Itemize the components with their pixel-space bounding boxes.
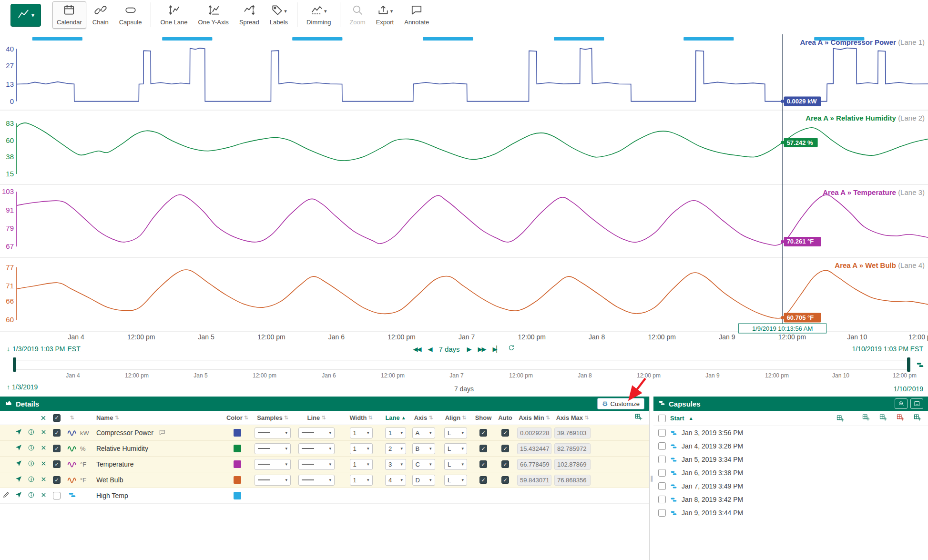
color-swatch[interactable] [234,492,241,499]
samples-dropdown[interactable]: ▾ [251,472,295,488]
auto-checkbox[interactable]: ✓ [501,445,509,452]
color-swatch[interactable] [234,445,241,452]
align-dropdown[interactable]: L▾ [439,457,472,472]
auto-checkbox[interactable]: ✓ [501,460,509,468]
axis-min-input[interactable]: 59.843071 [517,475,551,486]
capsules-grid-button-1[interactable] [862,413,870,423]
axis-min-input[interactable]: 66.778459 [517,459,551,470]
line-dropdown[interactable]: ▾ [295,472,338,488]
axis-dropdown[interactable]: B▾ [408,441,439,456]
auto-checkbox[interactable]: ✓ [501,429,509,437]
column-header-axis[interactable]: Axis⇅ [408,411,439,425]
timezone-link[interactable]: EST [68,345,81,353]
align-dropdown[interactable]: L▾ [439,441,472,456]
capsule-checkbox[interactable] [658,442,666,450]
timezone-link-end[interactable]: EST [910,345,923,353]
column-header-auto[interactable]: Auto [495,411,516,425]
select-checkbox[interactable]: ✓ [53,460,61,468]
details-row-compressor-power[interactable]: ✓kWCompressor Power▾▾1▾1▾A▾L▾✓✓0.0029228… [0,425,649,441]
toolbar-capsule-button[interactable]: Capsule [115,1,146,29]
remove-button[interactable] [41,491,47,500]
line-dropdown[interactable]: ▾ [295,457,338,472]
axis-max-input[interactable]: 82.785972 [554,443,591,454]
capsule-checkbox[interactable] [658,429,666,437]
pin-button[interactable] [15,459,22,469]
color-swatch[interactable] [234,429,241,437]
toolbar-calendar-button[interactable]: Calendar [52,1,86,29]
line-dropdown[interactable]: ▾ [295,441,338,456]
remove-button[interactable] [41,460,47,468]
axis-max-input[interactable]: 102.87869 [554,459,591,470]
axis-min-input[interactable]: 15.432447 [517,443,551,454]
samples-dropdown[interactable]: ▾ [251,457,295,472]
toolbar-labels-button[interactable]: ▾Labels [265,1,292,29]
details-row-wet-bulb[interactable]: ✓°FWet Bulb▾▾1▾4▾D▾L▾✓✓59.84307176.86835… [0,472,649,488]
pin-button[interactable] [15,428,22,438]
axis-dropdown[interactable]: C▾ [408,457,439,472]
line-dropdown[interactable]: ▾ [295,425,338,440]
show-checkbox[interactable]: ✓ [479,460,487,468]
capsule-row[interactable]: Jan 4, 2019 3:26 PM [653,439,928,453]
scrubber-right-handle[interactable] [907,357,910,372]
toolbar-one-lane-button[interactable]: One Lane [156,1,192,29]
capsule-checkbox[interactable] [658,482,666,490]
edit-button[interactable] [2,491,10,500]
trend-chart[interactable]: 0132740Area A » Compressor Power (Lane 1… [0,0,928,343]
axis-dropdown[interactable]: D▾ [408,472,439,488]
add-column-button[interactable] [634,413,649,423]
pin-button[interactable] [15,475,22,485]
toolbar-spread-button[interactable]: Spread [235,1,264,29]
capsule-checkbox[interactable] [658,469,666,477]
column-header-width[interactable]: Width⇅ [338,411,384,425]
capsule-checkbox[interactable] [658,456,666,463]
display-range-start[interactable]: ↓ 1/3/2019 1:03 PM EST [7,345,81,353]
capsules-column-start[interactable]: Start [670,415,684,422]
axis-max-input[interactable]: 39.769103 [554,428,591,438]
column-header-color[interactable]: Color⇅ [224,411,251,425]
column-header-align[interactable]: Align⇅ [439,411,472,425]
panel-resize-handle[interactable]: ∥ [649,397,653,560]
lane-dropdown[interactable]: 4▾ [384,472,408,488]
details-row-relative-humidity[interactable]: ✓%Relative Humidity▾▾1▾2▾B▾L▾✓✓15.432447… [0,441,649,457]
capsule-row[interactable]: Jan 6, 2019 3:38 PM [653,466,928,479]
refresh-button[interactable] [508,344,515,354]
capsules-grid-button-2[interactable] [879,413,887,423]
annotation-icon[interactable] [159,429,166,437]
fast-forward-button[interactable]: ▶▶ [478,346,486,353]
scrubber-left-handle[interactable] [13,357,16,372]
scrubber-track[interactable] [14,360,909,369]
bulk-select-checkbox[interactable]: ✓ [53,414,61,422]
investigate-range-start[interactable]: ↑ 1/3/2019 [7,383,38,391]
axis-dropdown[interactable]: A▾ [408,425,439,440]
remove-button[interactable] [41,476,47,484]
lane-dropdown[interactable]: 2▾ [384,441,408,456]
lane-dropdown[interactable]: 1▾ [384,425,408,440]
sort-selection-button[interactable]: ⇅ [64,411,80,425]
capsule-time-icon[interactable] [916,361,924,371]
customize-button[interactable]: ⚙ Customize [597,398,644,409]
toolbar-annotate-button[interactable]: Annotate [400,1,433,29]
step-forward-button[interactable]: ▶ [467,346,471,353]
show-checkbox[interactable]: ✓ [479,429,487,437]
toolbar-one-y-axis-button[interactable]: One Y-Axis [194,1,233,29]
capsule-stats-button[interactable] [910,398,923,409]
pin-button[interactable] [15,491,22,500]
align-dropdown[interactable]: L▾ [439,425,472,440]
column-header-axis-min[interactable]: Axis Min⇅ [516,411,553,425]
column-header-axis-max[interactable]: Axis Max⇅ [553,411,592,425]
capsule-row[interactable]: Jan 5, 2019 3:34 PM [653,453,928,466]
fast-backward-button[interactable]: ◀◀ [413,346,420,353]
column-header-show[interactable]: Show [472,411,495,425]
select-checkbox[interactable]: ✓ [53,445,61,452]
capsule-checkbox[interactable] [658,496,666,503]
show-checkbox[interactable]: ✓ [479,476,487,484]
step-backward-button[interactable]: ◀ [428,346,431,353]
skip-to-end-button[interactable]: ▶▏ [493,346,500,353]
column-header-lane[interactable]: Lane▲ [384,411,408,425]
capsule-checkbox[interactable] [658,509,666,517]
toolbar-dimming-button[interactable]: ▾Dimming [302,1,335,29]
column-header-line[interactable]: Line⇅ [295,411,338,425]
color-swatch[interactable] [234,476,241,484]
info-button[interactable] [28,428,35,438]
capsule-row[interactable]: Jan 3, 2019 3:56 PM [653,426,928,439]
